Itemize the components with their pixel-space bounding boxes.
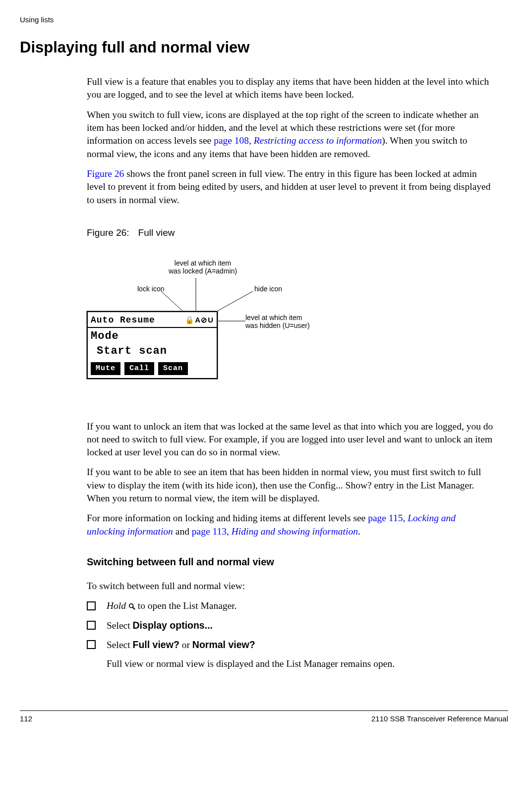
checklist-item: Select Display options... [87,619,493,632]
text: Select [107,620,133,631]
annotation-level-hidden: level at which item was hidden (U=user) [245,314,310,330]
paragraph: To switch between full and normal view: [87,580,493,593]
annotation-lock-icon: lock icon [137,285,164,293]
checklist-item: Hold to open the List Manager. [87,599,493,612]
figure-caption: Figure 26:Full view [87,226,493,239]
lock-icon: 🔒 [185,316,195,324]
checklist: Hold to open the List Manager. Select Di… [87,599,493,651]
hide-icon: ⊘ [201,316,208,324]
page-footer: 112 2110 SSB Transceiver Reference Manua… [20,710,508,724]
link-title: Restricting access to information [254,135,382,146]
text: level at which item [175,259,231,267]
text: and [173,526,192,537]
softkey-scan: Scan [158,362,188,375]
lock-level-a: A [195,316,201,324]
lcd-status-icons: 🔒A⊘U [185,315,214,325]
text: level at which item [245,314,302,322]
text: was locked (A=admin) [169,267,237,275]
subsection-heading: Switching between full and normal view [87,555,493,569]
figure-number: Figure 26: [87,227,129,238]
text: Select [107,640,133,650]
svg-line-5 [133,607,135,609]
text: to open the List Manager. [138,600,237,611]
annotation-level-locked: level at which item was locked (A=admin) [169,259,237,276]
lcd-screen: Auto Resume 🔒A⊘U Mode Start scan Mute Ca… [87,311,218,379]
softkey-mute: Mute [91,362,120,375]
section-header: Using lists [20,15,508,25]
svg-point-4 [129,604,133,608]
link-title: Hiding and showing information [232,526,358,537]
magnifier-icon [128,603,135,610]
lcd-title: Auto Resume [91,314,155,326]
text: or [179,640,192,650]
text: was hidden (U=user) [245,322,310,329]
annotation-hide-icon: hide icon [254,285,282,293]
figure-title: Full view [138,227,175,238]
lcd-row-action: Start scan [88,344,217,361]
page-number: 112 [20,714,32,724]
paragraph: If you want to unlock an item that was l… [87,420,493,459]
paragraph: If you want to be able to see an item th… [87,466,493,505]
menu-option: Normal view? [192,639,255,650]
link[interactable]: page 108, Restricting access to informat… [214,135,382,146]
link-page: page 113, [192,526,232,537]
menu-option: Full view? [133,639,179,650]
hold-word: Hold [107,600,126,611]
paragraph: Full view or normal view is displayed an… [107,657,493,670]
paragraph: Full view is a feature that enables you … [87,75,493,102]
text: . [358,526,360,537]
lcd-row-mode: Mode [88,328,217,344]
paragraph: When you switch to full view, icons are … [87,108,493,161]
paragraph: For more information on locking and hidi… [87,512,493,538]
body-content: Full view is a feature that enables you … [87,75,493,671]
link[interactable]: Figure 26 [87,168,124,179]
text: shows the front panel screen in full vie… [87,168,490,205]
menu-option: Display options... [133,620,213,631]
hide-level-u: U [208,316,214,324]
checklist-item: Select Full view? or Normal view? [87,638,493,651]
doc-title: 2110 SSB Transceiver Reference Manual [371,714,508,724]
lcd-row-title: Auto Resume 🔒A⊘U [88,312,217,328]
softkey-call: Call [124,362,154,375]
paragraph: Figure 26 shows the front panel screen i… [87,167,493,207]
link[interactable]: page 113, Hiding and showing information [192,526,358,537]
page-title: Displaying full and normal view [20,37,508,58]
figure: level at which item was locked (A=admin)… [87,254,493,403]
lcd-softkeys: Mute Call Scan [88,360,217,378]
link-page: page 115, [368,513,408,523]
text: For more information on locking and hidi… [87,513,368,523]
link-page: page 108, [214,135,254,146]
